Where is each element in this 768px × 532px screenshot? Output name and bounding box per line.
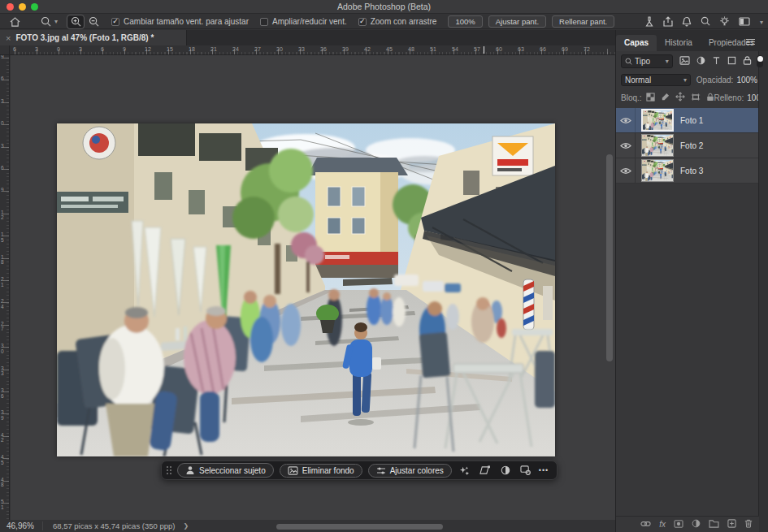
blend-mode-select[interactable]: Normal ▾: [621, 74, 691, 86]
workspace-chevron-icon[interactable]: ▾: [760, 19, 763, 26]
lock-row: Bloq.: Relleno: 100% ▾: [616, 89, 768, 106]
adjust-colors-label: Ajustar colores: [390, 466, 444, 475]
taskbar-more-options-button[interactable]: •••: [539, 466, 549, 474]
scrubby-zoom-checkbox[interactable]: [358, 18, 367, 26]
image-settings-icon[interactable]: [519, 465, 533, 475]
layers-panel-footer: fx: [616, 516, 759, 532]
options-bar: ▾ Cambiar tamaño vent. para ajustar Ampl…: [0, 15, 768, 29]
ruler-cursor-marker: [484, 46, 484, 54]
fill-screen-button[interactable]: Rellenar pant.: [552, 15, 614, 28]
filter-adjustment-layers-icon[interactable]: [696, 56, 705, 67]
horizontal-ruler[interactable]: 6303691215182124273033363942454851545760…: [10, 45, 615, 55]
lock-all-icon[interactable]: [706, 93, 714, 103]
canvas-pasteboard[interactable]: Seleccionar sujeto Eliminar fondo Ajusta…: [11, 55, 615, 520]
zoom-100-button[interactable]: 100%: [448, 15, 482, 28]
filter-type-select[interactable]: Tipo ▾: [621, 54, 673, 68]
lock-label: Bloq.:: [621, 93, 642, 102]
ruler-origin-corner[interactable]: [0, 45, 10, 55]
tab-historia[interactable]: Historia: [657, 35, 701, 51]
new-layer-icon[interactable]: [727, 519, 736, 530]
zoom-tool-chevron-icon[interactable]: ▾: [54, 18, 58, 25]
layer-row-foto-1[interactable]: Foto 1: [616, 108, 758, 133]
new-adjustment-layer-icon[interactable]: [692, 519, 701, 530]
blend-mode-value: Normal: [625, 76, 651, 84]
layer-thumbnail[interactable]: [641, 159, 674, 182]
layers-list: Foto 1 Foto 2 Foto 3: [616, 108, 768, 184]
document-tab-strip: × FOTO 3.jpg al 47% (Foto 1, RGB/8) *: [0, 30, 615, 45]
panel-menu-icon[interactable]: [746, 37, 755, 46]
remove-background-label: Eliminar fondo: [302, 466, 354, 475]
filter-type-value: Tipo: [635, 57, 650, 66]
filter-smart-objects-icon[interactable]: [743, 56, 752, 67]
zoom-all-windows-label: Ampliar/reducir vent.: [272, 17, 347, 26]
link-layers-icon[interactable]: [640, 520, 651, 529]
generative-sparkle-icon[interactable]: [458, 465, 472, 476]
fill-label: Relleno:: [714, 93, 744, 102]
resize-window-checkbox[interactable]: [111, 18, 119, 26]
resize-window-label: Cambiar tamaño vent. para ajustar: [124, 17, 249, 26]
layer-thumbnail[interactable]: [641, 134, 674, 157]
tab-capas[interactable]: Capas: [616, 35, 657, 51]
filter-chevron-icon: ▾: [666, 58, 669, 65]
zoom-level-field[interactable]: 46,96%: [0, 521, 43, 530]
document-tab-title: FOTO 3.jpg al 47% (Foto 1, RGB/8) *: [15, 33, 154, 42]
layer-filter-row: Tipo ▾: [616, 51, 768, 71]
layer-visibility-eye-icon[interactable]: [616, 108, 636, 132]
scrubby-zoom-label: Zoom con arrastre: [371, 17, 437, 26]
layers-panel: Capas Historia Propiedades Tipo ▾ Normal: [615, 30, 768, 532]
new-group-folder-icon[interactable]: [709, 520, 719, 530]
filter-type-layers-icon[interactable]: [712, 56, 721, 67]
filter-shape-layers-icon[interactable]: [727, 56, 736, 67]
zoom-in-button[interactable]: [67, 15, 84, 28]
transform-icon[interactable]: [478, 465, 492, 475]
adjust-colors-button[interactable]: Ajustar colores: [368, 464, 452, 478]
delete-layer-trash-icon[interactable]: [744, 519, 753, 530]
panel-tab-bar: Capas Historia Propiedades: [616, 30, 768, 51]
fit-screen-button[interactable]: Ajustar pant.: [488, 15, 546, 28]
layer-name[interactable]: Foto 3: [680, 167, 703, 175]
layer-visibility-eye-icon[interactable]: [616, 133, 636, 158]
select-subject-button[interactable]: Seleccionar sujeto: [177, 463, 274, 478]
titlebar: Adobe Photoshop (Beta): [0, 0, 768, 14]
opacity-value: 100%: [736, 76, 757, 84]
contextual-task-bar: Seleccionar sujeto Eliminar fondo Ajusta…: [161, 461, 558, 480]
vertical-scrollbar[interactable]: [606, 154, 613, 361]
add-layer-mask-icon[interactable]: [674, 520, 683, 530]
lock-transparent-pixels-icon[interactable]: [646, 93, 655, 103]
filter-pixel-layers-icon[interactable]: [679, 56, 690, 67]
opacity-label: Opacidad:: [696, 76, 734, 84]
beta-flask-icon[interactable]: [644, 16, 654, 28]
zoom-out-button[interactable]: [85, 15, 102, 28]
select-subject-label: Seleccionar sujeto: [199, 466, 266, 475]
layer-row-foto-2[interactable]: Foto 2: [616, 133, 758, 158]
discover-tips-icon[interactable]: [719, 16, 730, 28]
zoom-tool-icon[interactable]: [37, 15, 54, 28]
lock-position-icon[interactable]: [675, 92, 685, 103]
home-button[interactable]: [7, 15, 23, 28]
zoom-all-windows-checkbox[interactable]: [260, 18, 268, 26]
window-title: Adobe Photoshop (Beta): [0, 2, 768, 11]
search-icon[interactable]: [701, 16, 710, 28]
lock-image-pixels-icon[interactable]: [661, 93, 670, 103]
document-canvas-image[interactable]: [57, 123, 555, 456]
document-tab[interactable]: × FOTO 3.jpg al 47% (Foto 1, RGB/8) *: [0, 30, 187, 45]
adjustment-icon[interactable]: [498, 465, 513, 475]
share-icon[interactable]: [663, 16, 673, 28]
lock-artboard-icon[interactable]: [691, 93, 701, 103]
layer-effects-fx-icon[interactable]: fx: [659, 520, 666, 529]
filter-on-off-toggle[interactable]: [757, 55, 763, 67]
layer-thumbnail[interactable]: [641, 109, 674, 132]
remove-background-button[interactable]: Eliminar fondo: [280, 464, 362, 478]
layer-name[interactable]: Foto 1: [680, 116, 703, 125]
layer-name[interactable]: Foto 2: [680, 141, 703, 150]
taskbar-drag-handle[interactable]: [167, 466, 171, 474]
notifications-bell-icon[interactable]: [682, 16, 692, 28]
close-tab-icon[interactable]: ×: [6, 33, 11, 43]
vertical-ruler[interactable]: 96303691 21 51 82 12 42 73 03 33 63 94 2…: [0, 55, 10, 520]
status-chevron-icon[interactable]: ❯: [175, 522, 189, 530]
layer-visibility-eye-icon[interactable]: [616, 158, 636, 183]
workspace-switcher-icon[interactable]: [739, 17, 750, 28]
horizontal-scrollbar[interactable]: [276, 524, 443, 530]
blend-mode-chevron-icon: ▾: [683, 76, 687, 84]
layer-row-foto-3[interactable]: Foto 3: [616, 158, 758, 184]
